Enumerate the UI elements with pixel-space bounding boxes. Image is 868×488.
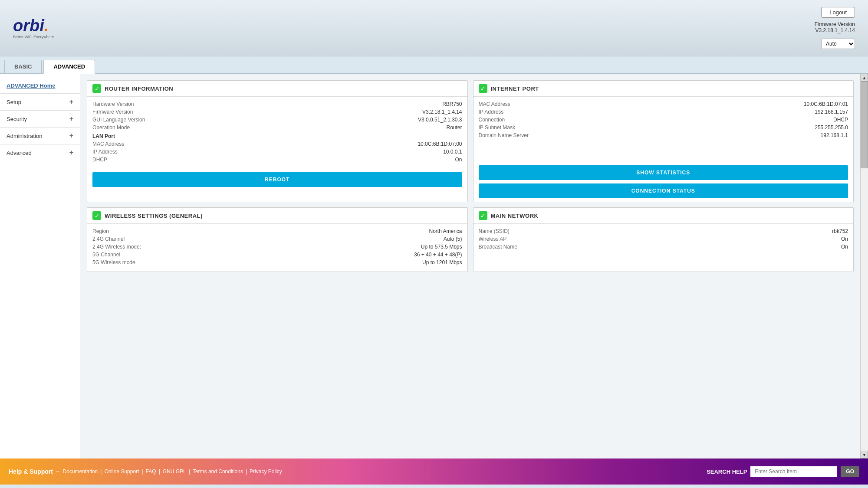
wifi-5mode-label: 5G Wireless mode: [92, 259, 137, 265]
sidebar-item-advanced[interactable]: Advanced + [0, 144, 80, 161]
wireless-settings-body: Region North America 2.4G Channel Auto (… [87, 224, 467, 272]
scrollbar-track[interactable]: ▲ ▼ [860, 74, 868, 459]
reboot-button[interactable]: REBOOT [92, 172, 462, 187]
inet-subnet-value: 255.255.255.0 [815, 124, 848, 131]
footer-links: Documentation | Online Support | FAQ | G… [63, 468, 707, 475]
inet-conn-value: DHCP [833, 117, 848, 123]
footer-dash: – [56, 468, 59, 475]
router-ip-row: IP Address 10.0.0.1 [92, 149, 462, 155]
footer-link-terms[interactable]: Terms and Conditions [193, 468, 243, 475]
language-select[interactable]: Auto English Spanish French [821, 39, 855, 49]
search-help-label: SEARCH HELP [707, 468, 747, 475]
router-info-body: Hardware Version RBR750 Firmware Version… [87, 97, 467, 169]
internet-port-body: MAC Address 10:0C:6B:1D:07:01 IP Address… [473, 97, 854, 144]
inet-subnet-row: IP Subnet Mask 255.255.255.0 [479, 124, 848, 131]
lan-port-label: LAN Port [92, 133, 462, 139]
wireless-settings-card: ✓ WIRELESS SETTINGS (GENERAL) Region Nor… [87, 207, 468, 272]
sidebar-advanced-label: Advanced [7, 150, 32, 156]
wireless-settings-title: WIRELESS SETTINGS (GENERAL) [105, 213, 203, 219]
wifi-5mode-value: Up to 1201 Mbps [422, 259, 462, 265]
logout-button[interactable]: Logout [821, 7, 855, 18]
sidebar-item-setup[interactable]: Setup + [0, 94, 80, 110]
router-dhcp-row: DHCP On [92, 157, 462, 163]
tab-basic[interactable]: BASIC [4, 60, 42, 73]
wifi-5chan-row: 5G Channel 36 + 40 + 44 + 48(P) [92, 252, 462, 258]
router-fw-row: Firmware Version V3.2.18.1_1.4.14 [92, 109, 462, 115]
router-dhcp-value: On [455, 157, 462, 163]
wifi-5mode-row: 5G Wireless mode: Up to 1201 Mbps [92, 259, 462, 265]
scroll-up-arrow[interactable]: ▲ [861, 74, 868, 82]
footer-sep-4: | [189, 468, 190, 475]
wifi-region-value: North America [429, 228, 462, 234]
inet-dns-value: 192.168.1.1 [821, 132, 848, 138]
footer-link-privacy[interactable]: Privacy Policy [250, 468, 282, 475]
inet-dns-row: Domain Name Server 192.168.1.1 [479, 132, 848, 138]
main-broadcast-value: On [841, 244, 848, 250]
header-right: Logout Firmware Version V3.2.18.1_1.4.14… [815, 7, 855, 49]
footer-sep-1: | [100, 468, 102, 475]
firmware-label: Firmware Version [815, 21, 855, 27]
router-guilang-label: GUI Language Version [92, 117, 145, 123]
scroll-down-arrow[interactable]: ▼ [861, 451, 868, 459]
logo-tagline: Better WiFi Everywhere. [13, 35, 55, 39]
inet-subnet-label: IP Subnet Mask [479, 124, 516, 131]
main-broadcast-row: Broadcast Name On [479, 244, 848, 250]
header: orbi. Better WiFi Everywhere. Logout Fir… [0, 0, 868, 56]
tab-advanced[interactable]: ADVANCED [43, 60, 95, 74]
plus-icon-setup: + [69, 98, 73, 106]
router-ip-value: 10.0.0.1 [443, 149, 462, 155]
router-fw-label: Firmware Version [92, 109, 133, 115]
footer: Help & Support – Documentation | Online … [0, 459, 868, 485]
scroll-thumb[interactable] [861, 82, 868, 168]
main-network-check-icon: ✓ [479, 211, 487, 220]
wifi-24chan-value: Auto (5) [444, 236, 462, 242]
sidebar-administration-label: Administration [7, 133, 42, 139]
sidebar: ADVANCED Home Setup + Security + Adminis… [0, 74, 80, 459]
inet-conn-row: Connection DHCP [479, 117, 848, 123]
sidebar-item-administration[interactable]: Administration + [0, 128, 80, 144]
main-ssid-value: rbk752 [832, 228, 848, 234]
main-wap-row: Wireless AP On [479, 236, 848, 242]
main-network-title: MAIN NETWORK [491, 213, 539, 219]
footer-link-online-support[interactable]: Online Support [104, 468, 139, 475]
router-mac-label: MAC Address [92, 141, 124, 147]
connection-status-button[interactable]: CONNECTION STATUS [479, 183, 848, 198]
wifi-region-label: Region [92, 228, 109, 234]
footer-link-faq[interactable]: FAQ [146, 468, 156, 475]
internet-check-icon: ✓ [479, 84, 487, 93]
cards-grid: ✓ ROUTER INFORMATION Hardware Version RB… [87, 80, 854, 272]
footer-link-gnugpl[interactable]: GNU GPL [163, 468, 186, 475]
sidebar-home[interactable]: ADVANCED Home [0, 78, 80, 93]
wifi-5chan-label: 5G Channel [92, 252, 120, 258]
sidebar-item-security[interactable]: Security + [0, 111, 80, 127]
show-statistics-button[interactable]: SHOW STATISTICS [479, 165, 848, 180]
router-opmode-label: Operation Mode [92, 124, 130, 131]
main-layout: ADVANCED Home Setup + Security + Adminis… [0, 74, 868, 459]
main-wap-label: Wireless AP [479, 236, 507, 242]
router-dhcp-label: DHCP [92, 157, 107, 163]
plus-icon-advanced: + [69, 149, 73, 157]
router-opmode-value: Router [446, 124, 462, 131]
internet-port-header: ✓ INTERNET PORT [473, 81, 854, 97]
inet-dns-label: Domain Name Server [479, 132, 529, 138]
internet-port-title: INTERNET PORT [491, 85, 539, 92]
wifi-24mode-value: Up to 573.5 Mbps [421, 244, 462, 250]
router-guilang-value: V3.0.0.51_2.1.30.3 [418, 117, 462, 123]
firmware-value: V3.2.18.1_1.4.14 [815, 27, 855, 33]
main-wap-value: On [841, 236, 848, 242]
search-input[interactable] [750, 466, 837, 477]
wireless-settings-header: ✓ WIRELESS SETTINGS (GENERAL) [87, 208, 467, 224]
footer-link-documentation[interactable]: Documentation [63, 468, 98, 475]
router-info-header: ✓ ROUTER INFORMATION [87, 81, 467, 97]
content-scroll[interactable]: ✓ ROUTER INFORMATION Hardware Version RB… [80, 74, 860, 459]
plus-icon-administration: + [69, 132, 73, 140]
router-info-card: ✓ ROUTER INFORMATION Hardware Version RB… [87, 80, 468, 202]
firmware-info: Firmware Version V3.2.18.1_1.4.14 [815, 21, 855, 33]
inet-mac-label: MAC Address [479, 101, 510, 107]
search-go-button[interactable]: GO [841, 466, 859, 477]
router-ip-label: IP Address [92, 149, 118, 155]
main-network-body: Name (SSID) rbk752 Wireless AP On Broadc… [473, 224, 854, 256]
search-help-area: SEARCH HELP GO [707, 466, 859, 477]
plus-icon-security: + [69, 115, 73, 123]
router-check-icon: ✓ [92, 84, 101, 93]
